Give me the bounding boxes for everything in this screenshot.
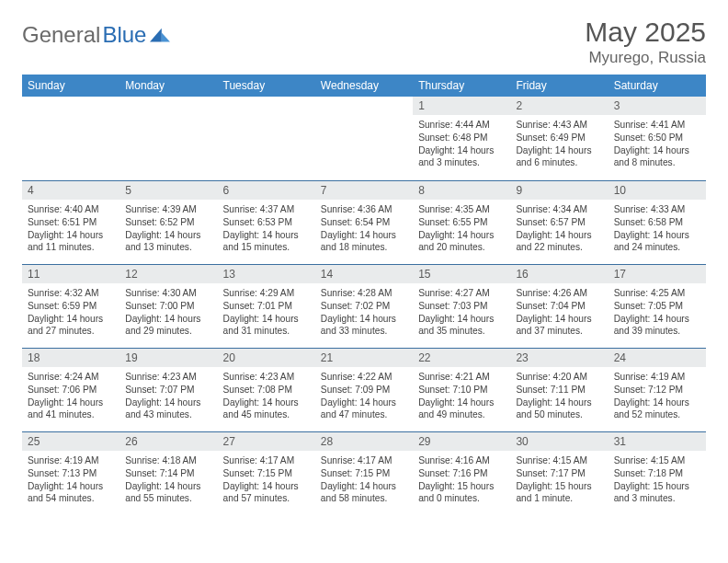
- day-number: 17: [609, 264, 706, 283]
- calendar-cell: 27Sunrise: 4:17 AMSunset: 7:15 PMDayligh…: [218, 431, 315, 515]
- day-detail: Sunrise: 4:17 AMSunset: 7:15 PMDaylight:…: [315, 451, 413, 515]
- calendar-cell: 7Sunrise: 4:36 AMSunset: 6:54 PMDaylight…: [315, 180, 413, 264]
- day-number: 8: [413, 180, 510, 200]
- day-number: 28: [315, 431, 413, 451]
- day-detail: Sunrise: 4:23 AMSunset: 7:07 PMDaylight:…: [119, 367, 217, 431]
- day-detail: Sunrise: 4:41 AMSunset: 6:50 PMDaylight:…: [609, 115, 706, 179]
- calendar-cell: 1Sunrise: 4:44 AMSunset: 6:48 PMDaylight…: [413, 97, 510, 180]
- calendar-cell: 29Sunrise: 4:16 AMSunset: 7:16 PMDayligh…: [413, 431, 510, 515]
- calendar-cell: [22, 97, 119, 180]
- day-number: 1: [413, 97, 510, 115]
- calendar-cell: 21Sunrise: 4:22 AMSunset: 7:09 PMDayligh…: [315, 348, 413, 431]
- weekday-header: Wednesday: [315, 75, 413, 97]
- day-detail: Sunrise: 4:15 AMSunset: 7:18 PMDaylight:…: [609, 451, 706, 515]
- day-detail: Sunrise: 4:16 AMSunset: 7:16 PMDaylight:…: [413, 451, 510, 515]
- calendar-cell: 19Sunrise: 4:23 AMSunset: 7:07 PMDayligh…: [119, 348, 217, 431]
- calendar-cell: 8Sunrise: 4:35 AMSunset: 6:55 PMDaylight…: [413, 180, 510, 264]
- calendar-cell: 3Sunrise: 4:41 AMSunset: 6:50 PMDaylight…: [609, 97, 706, 180]
- day-detail: Sunrise: 4:18 AMSunset: 7:14 PMDaylight:…: [119, 451, 217, 515]
- calendar-cell: 4Sunrise: 4:40 AMSunset: 6:51 PMDaylight…: [22, 180, 119, 264]
- calendar-cell: 11Sunrise: 4:32 AMSunset: 6:59 PMDayligh…: [22, 264, 119, 348]
- day-detail: Sunrise: 4:37 AMSunset: 6:53 PMDaylight:…: [218, 200, 315, 264]
- day-number: 21: [315, 348, 413, 367]
- calendar-cell: 15Sunrise: 4:27 AMSunset: 7:03 PMDayligh…: [413, 264, 510, 348]
- day-number: 16: [510, 264, 608, 283]
- day-detail: Sunrise: 4:39 AMSunset: 6:52 PMDaylight:…: [119, 200, 217, 264]
- calendar-cell: 18Sunrise: 4:24 AMSunset: 7:06 PMDayligh…: [22, 348, 119, 431]
- day-number: 27: [218, 431, 315, 451]
- day-number: 12: [119, 264, 217, 283]
- calendar-table: SundayMondayTuesdayWednesdayThursdayFrid…: [22, 75, 706, 515]
- day-detail: Sunrise: 4:25 AMSunset: 7:05 PMDaylight:…: [609, 283, 706, 348]
- day-detail: Sunrise: 4:21 AMSunset: 7:10 PMDaylight:…: [413, 367, 510, 431]
- day-detail: Sunrise: 4:19 AMSunset: 7:12 PMDaylight:…: [609, 367, 706, 431]
- calendar-cell: 12Sunrise: 4:30 AMSunset: 7:00 PMDayligh…: [119, 264, 217, 348]
- calendar-cell: 20Sunrise: 4:23 AMSunset: 7:08 PMDayligh…: [218, 348, 315, 431]
- day-number: 29: [413, 431, 510, 451]
- weekday-header: Saturday: [609, 75, 706, 97]
- weekday-header: Thursday: [413, 75, 510, 97]
- day-detail: Sunrise: 4:17 AMSunset: 7:15 PMDaylight:…: [218, 451, 315, 515]
- day-detail: Sunrise: 4:32 AMSunset: 6:59 PMDaylight:…: [22, 283, 119, 348]
- day-number: 25: [22, 431, 119, 451]
- calendar-cell: 23Sunrise: 4:20 AMSunset: 7:11 PMDayligh…: [510, 348, 608, 431]
- day-number: 19: [119, 348, 217, 367]
- day-detail: Sunrise: 4:36 AMSunset: 6:54 PMDaylight:…: [315, 200, 413, 264]
- calendar-cell: 2Sunrise: 4:43 AMSunset: 6:49 PMDaylight…: [510, 97, 608, 180]
- day-number: 15: [413, 264, 510, 283]
- logo: GeneralBlue: [22, 22, 170, 48]
- day-number: 30: [510, 431, 608, 451]
- day-number: 10: [609, 180, 706, 200]
- day-number: 14: [315, 264, 413, 283]
- day-detail: Sunrise: 4:33 AMSunset: 6:58 PMDaylight:…: [609, 200, 706, 264]
- day-detail: Sunrise: 4:43 AMSunset: 6:49 PMDaylight:…: [510, 115, 608, 179]
- calendar-cell: 30Sunrise: 4:15 AMSunset: 7:17 PMDayligh…: [510, 431, 608, 515]
- day-number: 31: [609, 431, 706, 451]
- calendar-cell: 26Sunrise: 4:18 AMSunset: 7:14 PMDayligh…: [119, 431, 217, 515]
- day-detail: Sunrise: 4:19 AMSunset: 7:13 PMDaylight:…: [22, 451, 119, 515]
- day-detail: Sunrise: 4:23 AMSunset: 7:08 PMDaylight:…: [218, 367, 315, 431]
- calendar-cell: [119, 97, 217, 180]
- page-title: May 2025: [585, 17, 706, 47]
- day-detail: Sunrise: 4:26 AMSunset: 7:04 PMDaylight:…: [510, 283, 608, 348]
- calendar-cell: [315, 97, 413, 180]
- day-detail: Sunrise: 4:28 AMSunset: 7:02 PMDaylight:…: [315, 283, 413, 348]
- day-detail: Sunrise: 4:40 AMSunset: 6:51 PMDaylight:…: [22, 200, 119, 264]
- weekday-header: Tuesday: [218, 75, 315, 97]
- calendar-cell: 31Sunrise: 4:15 AMSunset: 7:18 PMDayligh…: [609, 431, 706, 515]
- calendar-cell: 5Sunrise: 4:39 AMSunset: 6:52 PMDaylight…: [119, 180, 217, 264]
- day-number: 18: [22, 348, 119, 367]
- day-detail: Sunrise: 4:27 AMSunset: 7:03 PMDaylight:…: [413, 283, 510, 348]
- day-number: 23: [510, 348, 608, 367]
- day-number: 5: [119, 180, 217, 200]
- day-number: 9: [510, 180, 608, 200]
- day-number: 2: [510, 97, 608, 115]
- day-detail: Sunrise: 4:24 AMSunset: 7:06 PMDaylight:…: [22, 367, 119, 431]
- logo-triangle-icon: [150, 27, 170, 43]
- calendar-cell: 24Sunrise: 4:19 AMSunset: 7:12 PMDayligh…: [609, 348, 706, 431]
- logo-text-general: General: [22, 22, 100, 48]
- weekday-header: Monday: [119, 75, 217, 97]
- calendar-cell: 13Sunrise: 4:29 AMSunset: 7:01 PMDayligh…: [218, 264, 315, 348]
- day-detail: Sunrise: 4:22 AMSunset: 7:09 PMDaylight:…: [315, 367, 413, 431]
- calendar-cell: 25Sunrise: 4:19 AMSunset: 7:13 PMDayligh…: [22, 431, 119, 515]
- day-number: 11: [22, 264, 119, 283]
- calendar-cell: 16Sunrise: 4:26 AMSunset: 7:04 PMDayligh…: [510, 264, 608, 348]
- calendar-cell: 14Sunrise: 4:28 AMSunset: 7:02 PMDayligh…: [315, 264, 413, 348]
- day-number: 6: [218, 180, 315, 200]
- logo-text-blue: Blue: [102, 22, 146, 48]
- weekday-header: Friday: [510, 75, 608, 97]
- day-detail: Sunrise: 4:15 AMSunset: 7:17 PMDaylight:…: [510, 451, 608, 515]
- day-number: 4: [22, 180, 119, 200]
- calendar-cell: 28Sunrise: 4:17 AMSunset: 7:15 PMDayligh…: [315, 431, 413, 515]
- calendar-cell: 10Sunrise: 4:33 AMSunset: 6:58 PMDayligh…: [609, 180, 706, 264]
- day-detail: Sunrise: 4:30 AMSunset: 7:00 PMDaylight:…: [119, 283, 217, 348]
- day-number: 26: [119, 431, 217, 451]
- calendar-cell: 22Sunrise: 4:21 AMSunset: 7:10 PMDayligh…: [413, 348, 510, 431]
- calendar-cell: 9Sunrise: 4:34 AMSunset: 6:57 PMDaylight…: [510, 180, 608, 264]
- day-number: 13: [218, 264, 315, 283]
- location-label: Myurego, Russia: [585, 49, 706, 67]
- calendar-cell: [218, 97, 315, 180]
- weekday-header: Sunday: [22, 75, 119, 97]
- day-number: 7: [315, 180, 413, 200]
